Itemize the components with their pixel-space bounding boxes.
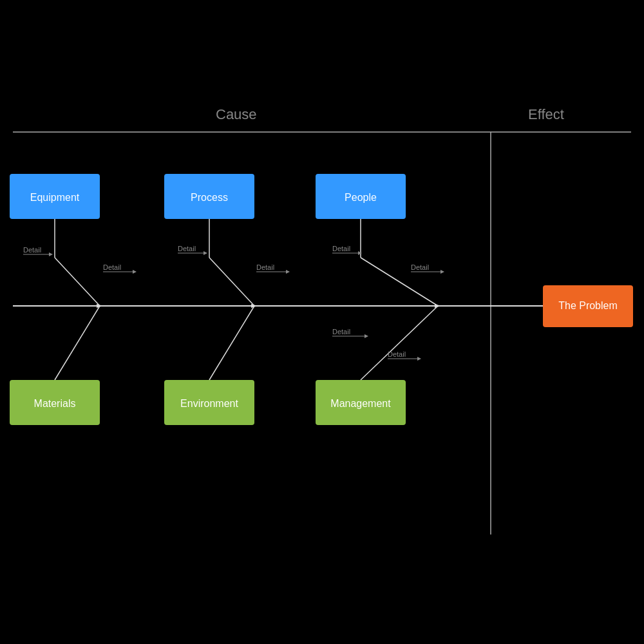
diagram-svg: Cause Effect Detai — [0, 0, 644, 644]
svg-text:Detail: Detail — [388, 350, 406, 358]
cause-label: Cause — [216, 106, 257, 122]
equipment-label: Equipment — [30, 192, 80, 203]
svg-text:Detail: Detail — [256, 263, 274, 271]
process-label: Process — [191, 192, 228, 203]
svg-text:Detail: Detail — [332, 245, 350, 252]
problem-label: The Problem — [558, 300, 618, 311]
management-label: Management — [330, 398, 391, 409]
svg-text:Detail: Detail — [23, 246, 41, 254]
materials-label: Materials — [34, 398, 76, 409]
svg-text:Detail: Detail — [178, 245, 196, 252]
svg-text:Detail: Detail — [103, 263, 121, 271]
effect-label: Effect — [528, 106, 564, 122]
svg-text:Detail: Detail — [332, 328, 350, 336]
people-label: People — [345, 192, 377, 203]
environment-label: Environment — [180, 398, 238, 409]
svg-text:Detail: Detail — [411, 263, 429, 271]
fishbone-diagram: Cause Effect Detai — [0, 0, 644, 644]
